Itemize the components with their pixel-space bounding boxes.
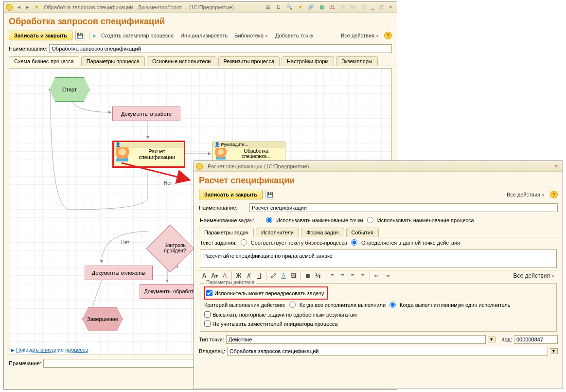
dropdown-icon[interactable]: ▼ [550, 348, 558, 354]
tab-task-form[interactable]: Форма задач [301, 228, 344, 237]
highlight-icon[interactable]: 🖍 [269, 271, 278, 280]
close-icon[interactable]: ✕ [552, 163, 560, 170]
ignore-subst-checkbox[interactable] [204, 321, 211, 327]
dlg-name-label: Наименование: [199, 205, 248, 211]
align-right-icon[interactable]: ≡ [348, 271, 357, 280]
tab-requisites[interactable]: Реквизиты процесса [218, 56, 280, 66]
help-icon[interactable]: ? [550, 191, 558, 198]
align-center-icon[interactable]: ≡ [338, 271, 347, 280]
initialize-link[interactable]: Инициализировать [178, 32, 230, 39]
criteria-opt2-radio[interactable] [389, 302, 396, 308]
italic-icon[interactable]: К [245, 271, 253, 280]
point-type-input[interactable] [226, 335, 486, 344]
fav-icon[interactable]: ★ [296, 4, 304, 11]
textcolor-icon[interactable]: A [279, 271, 288, 280]
search-icon[interactable]: 🔍 [285, 4, 293, 11]
resend-checkbox[interactable] [204, 311, 211, 318]
taskname-row: Наименование задач: Использовать наимено… [194, 215, 563, 225]
taskname-opt1-label: Использовать наименование точки [276, 217, 363, 223]
point-type-row: Тип точки: ▼ Код: [194, 334, 563, 345]
dlg-save-close-button[interactable]: Записать и закрыть [199, 190, 263, 199]
link-icon[interactable]: 🔗 [307, 4, 315, 11]
tab-forms[interactable]: Настройки форм [282, 56, 334, 66]
node-start[interactable]: Старт [49, 77, 90, 102]
indent-icon[interactable]: ⇥ [383, 271, 391, 280]
mminus-icon[interactable]: M- [360, 4, 368, 11]
all-actions-link[interactable]: Все действия▼ [339, 32, 381, 39]
task-text-area[interactable]: Рассчитайте спецификацию по прилагаемой … [200, 249, 557, 268]
node-finish[interactable]: Завершение [82, 307, 123, 331]
tab-task-params[interactable]: Параметры задач [199, 228, 254, 237]
node-docs-work[interactable]: Документы в работе [112, 107, 180, 121]
align-justify-icon[interactable]: ≡ [358, 271, 367, 280]
calc-icon[interactable]: ▦ [318, 4, 325, 11]
library-link[interactable]: Библиотека▼ [232, 32, 270, 39]
mplus-icon[interactable]: M+ [350, 4, 357, 11]
star-icon[interactable]: ★ [33, 4, 40, 11]
add-point-link[interactable]: Добавить точку [273, 32, 316, 39]
color-icon[interactable]: A [220, 271, 229, 280]
criteria-opt1-radio[interactable] [289, 302, 296, 308]
taskname-label: Наименование задач: [200, 217, 262, 223]
m-icon[interactable]: M [339, 4, 347, 11]
bold-icon[interactable]: Ж [234, 271, 243, 280]
maximize-icon[interactable]: ▢ [378, 4, 386, 11]
user-icon [116, 147, 129, 161]
taskname-opt2-radio[interactable] [367, 217, 373, 223]
font-icon[interactable]: A [200, 271, 209, 280]
dlg-name-input[interactable] [249, 203, 558, 212]
main-tabs: Схема бизнес-процесса Параметры процесса… [4, 56, 397, 66]
tab-schema[interactable]: Схема бизнес-процесса [9, 56, 79, 66]
save-icon[interactable]: 💾 [75, 31, 85, 40]
save-close-button[interactable]: Записать и закрыть [9, 31, 72, 40]
outdent-icon[interactable]: ⇤ [372, 271, 381, 280]
help-icon[interactable]: ? [384, 32, 392, 39]
underline-icon[interactable]: Ч [255, 271, 264, 280]
back-icon[interactable]: ◄ [15, 4, 23, 11]
align-left-icon[interactable]: ≡ [328, 271, 336, 280]
bullets-icon[interactable]: ≣ [303, 271, 312, 280]
code-label: Код: [501, 337, 512, 342]
print-icon[interactable]: 🖶 [264, 4, 272, 11]
close-icon[interactable]: ✕ [387, 4, 394, 11]
node-docs-deferred[interactable]: Документы отложены [85, 266, 153, 280]
tab-executors[interactable]: Основные исполнители [147, 56, 216, 66]
redirect-checkbox[interactable] [206, 290, 212, 296]
tasktext-opt1-radio[interactable] [241, 239, 247, 246]
create-instance-link[interactable]: Создать экземпляр процесса [99, 32, 176, 39]
tasktext-row: Текст задания: Соответствует тексту бизн… [194, 237, 563, 248]
numbers-icon[interactable]: ⅓ [314, 271, 322, 280]
show-description-link[interactable]: ▶ Показать описание процесса [11, 347, 88, 353]
criteria-opt1-label: Когда все исполнители выполнили [300, 302, 386, 308]
tab-executors[interactable]: Исполнители [256, 228, 299, 237]
taskname-opt2-label: Использовать наименование процесса [377, 217, 474, 223]
point-type-label: Тип точки: [199, 337, 224, 342]
dlg-page-title: Расчет спецификации [194, 172, 563, 188]
code-input[interactable] [514, 335, 558, 344]
tab-events[interactable]: События [346, 228, 379, 237]
minimize-icon[interactable]: _ [369, 4, 377, 11]
cal-icon[interactable]: 31 [328, 4, 336, 11]
preview-icon[interactable]: 🗋 [275, 4, 283, 11]
tab-instances[interactable]: Экземпляры [336, 56, 378, 66]
redirect-highlight: Исполнитель может переадресовать задачу [204, 286, 328, 300]
save-icon[interactable]: 💾 [265, 190, 275, 199]
tasktext-opt2-radio[interactable] [351, 239, 357, 246]
node-control[interactable]: Контроль пройден? [153, 232, 187, 266]
dialog-window: Расчет спецификации (1С:Предприятие) ✕ Р… [194, 160, 563, 389]
owner-input[interactable] [227, 347, 548, 356]
image-icon[interactable]: 🖼 [289, 271, 298, 280]
tasktext-opt2-label: Определяется в данной точке действия [361, 240, 460, 246]
taskname-opt1-radio[interactable] [266, 217, 272, 223]
tab-params[interactable]: Параметры процесса [81, 56, 145, 66]
dlg-tabs: Параметры задач Исполнители Форма задач … [194, 227, 563, 237]
font-size-icon[interactable]: A▾ [210, 271, 219, 280]
dlg-all-actions[interactable]: Все действия▼ [505, 191, 547, 198]
rt-all-actions[interactable]: Все действия▼ [512, 271, 557, 280]
name-input[interactable] [49, 44, 392, 53]
dropdown-icon[interactable]: ▼ [488, 337, 495, 342]
main-title-text: Обработка запросов спецификаций - Докуме… [44, 4, 234, 10]
calc-spec-label: Расчет спецификации [132, 148, 182, 160]
app-icon [196, 163, 203, 170]
fwd-icon[interactable]: ► [24, 4, 32, 11]
